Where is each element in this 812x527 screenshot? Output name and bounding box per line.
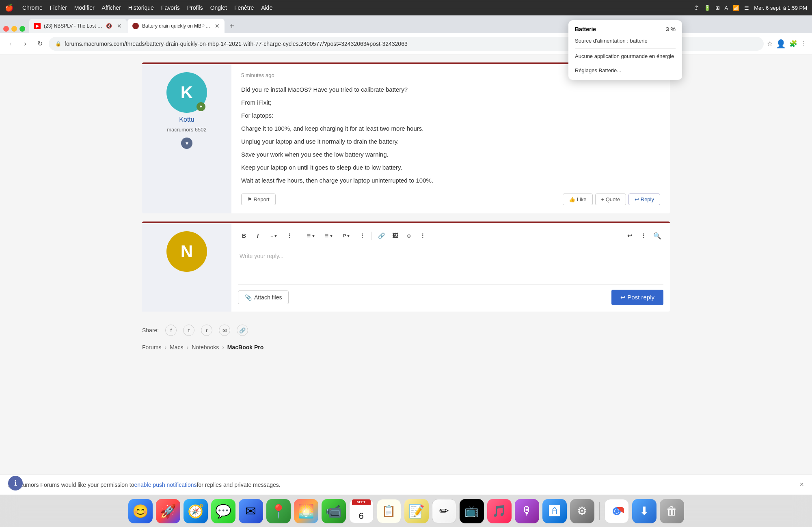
battery-settings-link[interactable]: Réglages Batterie...: [575, 67, 621, 74]
dock-notes[interactable]: 📝: [404, 499, 429, 523]
menubar-afficher[interactable]: Afficher: [102, 4, 121, 11]
apple-menu[interactable]: 🍎: [5, 4, 13, 12]
tab-youtube[interactable]: ▶ (23) NBSPLV - The Lost S... 🔇 ✕: [29, 19, 127, 33]
notification-text-before: MacRumors Forums would like your permiss…: [8, 482, 134, 488]
dock-photos[interactable]: 🌅: [294, 499, 318, 523]
menu-icon[interactable]: ⋮: [801, 40, 807, 47]
toolbar-options[interactable]: ⋮: [637, 230, 650, 242]
back-button[interactable]: ‹: [5, 38, 16, 49]
dock-chrome[interactable]: [605, 499, 629, 523]
toolbar-more1[interactable]: ⋮: [283, 230, 296, 242]
share-mail[interactable]: ✉: [219, 325, 230, 336]
toolbar-italic[interactable]: I: [252, 230, 264, 242]
toolbar-more2[interactable]: ⋮: [356, 230, 368, 242]
post-reply-button[interactable]: ↩ Post reply: [611, 290, 663, 305]
share-twitter[interactable]: t: [183, 325, 194, 336]
extensions-icon[interactable]: 🧩: [789, 40, 797, 47]
dock-finder[interactable]: 😊: [128, 499, 153, 523]
menubar-app-name[interactable]: Chrome: [22, 4, 43, 11]
toolbar-undo[interactable]: ↩: [624, 230, 636, 242]
menubar-control-icon[interactable]: ⊞: [715, 5, 720, 11]
dock-trash[interactable]: 🗑: [660, 499, 684, 523]
toolbar-align[interactable]: ≡ ▾: [266, 230, 282, 242]
post-card: K + Kottu macrumors 6502 ▾ 5 minutes ago…: [142, 62, 670, 213]
editor-sidebar: N: [142, 223, 231, 312]
dock-appletv[interactable]: 📺: [460, 499, 484, 523]
menubar-battery-icon[interactable]: 🔋: [704, 5, 710, 11]
menubar-profils[interactable]: Profils: [187, 4, 203, 11]
editor-placeholder: Write your reply...: [240, 253, 283, 259]
editor-textarea[interactable]: Write your reply...: [238, 250, 663, 278]
dock-reminders[interactable]: 📋: [377, 499, 401, 523]
post-line-3: For laptops:: [241, 111, 660, 120]
notification-close[interactable]: ×: [799, 480, 804, 489]
toolbar-list[interactable]: ☰ ▾: [302, 230, 319, 242]
menubar-controlcenter-icon[interactable]: ☰: [744, 5, 749, 11]
dock: 😊 🚀 🧭 💬 ✉ 📍 🌅 📹 SEPT 6 📋 📝 ✏ 📺 🎵 🎙: [0, 495, 812, 527]
dock-messages[interactable]: 💬: [211, 499, 235, 523]
menubar-onglet[interactable]: Onglet: [210, 4, 227, 11]
breadcrumb-macs[interactable]: Macs: [170, 344, 183, 351]
toolbar-align2[interactable]: ☰ ▾: [320, 230, 337, 242]
breadcrumb-notebooks[interactable]: Notebooks: [192, 344, 219, 351]
window-maximize-btn[interactable]: [19, 26, 25, 32]
toolbar-image[interactable]: 🖼: [389, 230, 401, 242]
share-reddit[interactable]: r: [201, 325, 212, 336]
menubar-fenetre[interactable]: Fenêtre: [234, 4, 254, 11]
info-button[interactable]: ℹ: [8, 476, 23, 490]
dock-safari[interactable]: 🧭: [184, 499, 208, 523]
toolbar-paragraph[interactable]: P ▾: [338, 230, 354, 242]
reload-button[interactable]: ↻: [34, 38, 45, 49]
toolbar-emoji[interactable]: ☺: [403, 230, 415, 242]
menubar-modifier[interactable]: Modifier: [74, 4, 95, 11]
menubar-favoris[interactable]: Favoris: [161, 4, 180, 11]
dock-downloads[interactable]: ⬇: [632, 499, 657, 523]
dock-maps[interactable]: 📍: [266, 499, 291, 523]
post-main: 5 minutes ago Did you re install MacOS? …: [231, 64, 670, 213]
window-minimize-btn[interactable]: [11, 26, 17, 32]
like-button[interactable]: 👍 Like: [563, 194, 592, 205]
dock-facetime[interactable]: 📹: [322, 499, 346, 523]
post-line-4: Charge it to 100%, and keep charging it …: [241, 124, 660, 133]
notification-link[interactable]: enable push notifications: [134, 482, 197, 488]
bookmark-icon[interactable]: ☆: [767, 40, 773, 47]
quote-button[interactable]: + Quote: [595, 194, 626, 205]
toolbar-more3[interactable]: ⋮: [417, 230, 429, 242]
toolbar-link[interactable]: 🔗: [375, 230, 387, 242]
tab-close-youtube[interactable]: ✕: [117, 23, 122, 29]
tab-title-macrumors: Battery drain quickly on MBP ...: [142, 23, 210, 29]
attach-files-button[interactable]: 📎 Attach files: [238, 290, 289, 304]
post-line-8: Wait at least five hours, then charge yo…: [241, 176, 660, 185]
reply-button[interactable]: ↩ Reply: [628, 194, 660, 205]
share-facebook[interactable]: f: [165, 325, 177, 336]
tab-mute-icon[interactable]: 🔇: [106, 23, 112, 29]
new-tab-button[interactable]: +: [225, 19, 238, 33]
dock-settings[interactable]: ⚙: [570, 499, 594, 523]
username[interactable]: Kottu: [179, 116, 194, 123]
dock-mail[interactable]: ✉: [239, 499, 263, 523]
window-close-btn[interactable]: [3, 26, 9, 32]
menubar-fichier[interactable]: Fichier: [50, 4, 67, 11]
dock-freeform[interactable]: ✏: [432, 499, 456, 523]
dock-music[interactable]: 🎵: [487, 499, 512, 523]
forward-button[interactable]: ›: [19, 38, 31, 49]
breadcrumb-forums[interactable]: Forums: [142, 344, 161, 351]
tab-close-macrumors[interactable]: ✕: [215, 23, 220, 29]
dock-podcasts[interactable]: 🎙: [515, 499, 539, 523]
menubar-historique[interactable]: Historique: [128, 4, 154, 11]
tab-macrumors[interactable]: Battery drain quickly on MBP ... ✕: [127, 19, 225, 33]
profile-icon[interactable]: 👤: [776, 39, 786, 49]
breadcrumb-macbookpro[interactable]: MacBook Pro: [227, 344, 263, 351]
menubar-wifi-icon[interactable]: 📶: [733, 5, 739, 11]
dock-appstore[interactable]: 🅰: [542, 499, 567, 523]
expand-button[interactable]: ▾: [181, 138, 192, 149]
dock-launchpad[interactable]: 🚀: [156, 499, 180, 523]
toolbar-bold[interactable]: B: [238, 230, 250, 242]
report-button[interactable]: ⚑ Report: [241, 194, 276, 205]
breadcrumb: Forums › Macs › Notebooks › MacBook Pro: [142, 341, 670, 354]
dock-calendar[interactable]: SEPT 6: [349, 499, 374, 523]
menubar-aide[interactable]: Aide: [261, 4, 272, 11]
post-reply-label: ↩ Post reply: [620, 294, 654, 301]
toolbar-search[interactable]: 🔍: [651, 230, 663, 242]
share-link[interactable]: 🔗: [237, 325, 248, 336]
